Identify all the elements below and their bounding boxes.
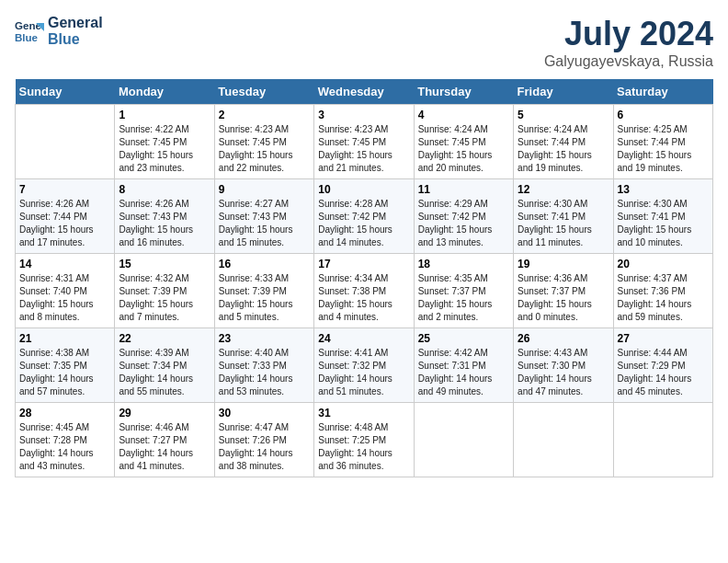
calendar-cell: 18Sunrise: 4:35 AMSunset: 7:37 PMDayligh…	[414, 254, 513, 328]
calendar-cell: 31Sunrise: 4:48 AMSunset: 7:25 PMDayligh…	[314, 403, 414, 477]
day-info: Sunrise: 4:43 AMSunset: 7:30 PMDaylight:…	[518, 347, 609, 398]
day-info: Sunrise: 4:40 AMSunset: 7:33 PMDaylight:…	[219, 347, 310, 398]
day-number: 4	[418, 109, 509, 121]
day-number: 10	[318, 183, 409, 196]
header-wednesday: Wednesday	[314, 79, 414, 105]
day-info: Sunrise: 4:38 AMSunset: 7:35 PMDaylight:…	[19, 347, 110, 398]
calendar-cell	[613, 403, 712, 477]
calendar-header-row: SundayMondayTuesdayWednesdayThursdayFrid…	[16, 79, 713, 105]
logo-icon: General Blue	[15, 17, 44, 46]
day-info: Sunrise: 4:37 AMSunset: 7:36 PMDaylight:…	[618, 272, 709, 324]
calendar-week-5: 28Sunrise: 4:45 AMSunset: 7:28 PMDayligh…	[16, 403, 713, 477]
day-info: Sunrise: 4:34 AMSunset: 7:38 PMDaylight:…	[318, 272, 409, 324]
header-tuesday: Tuesday	[214, 79, 313, 105]
day-number: 3	[318, 109, 409, 121]
day-number: 13	[618, 183, 709, 196]
calendar-table: SundayMondayTuesdayWednesdayThursdayFrid…	[15, 79, 713, 477]
day-number: 15	[119, 258, 210, 270]
calendar-cell	[514, 403, 613, 477]
calendar-cell: 30Sunrise: 4:47 AMSunset: 7:26 PMDayligh…	[214, 403, 313, 477]
calendar-title: July 2024	[544, 15, 713, 53]
day-info: Sunrise: 4:39 AMSunset: 7:34 PMDaylight:…	[119, 347, 210, 398]
calendar-cell: 3Sunrise: 4:23 AMSunset: 7:45 PMDaylight…	[314, 105, 414, 179]
title-block: July 2024 Galyugayevskaya, Russia	[544, 15, 713, 70]
calendar-cell: 24Sunrise: 4:41 AMSunset: 7:32 PMDayligh…	[314, 328, 414, 403]
day-number: 31	[318, 407, 409, 419]
calendar-cell: 20Sunrise: 4:37 AMSunset: 7:36 PMDayligh…	[613, 254, 712, 328]
day-info: Sunrise: 4:25 AMSunset: 7:44 PMDaylight:…	[618, 123, 709, 175]
day-info: Sunrise: 4:32 AMSunset: 7:39 PMDaylight:…	[119, 272, 210, 324]
day-number: 12	[518, 183, 609, 196]
calendar-cell: 19Sunrise: 4:36 AMSunset: 7:37 PMDayligh…	[514, 254, 613, 328]
day-number: 27	[618, 332, 709, 345]
calendar-cell: 21Sunrise: 4:38 AMSunset: 7:35 PMDayligh…	[16, 328, 115, 403]
day-info: Sunrise: 4:46 AMSunset: 7:27 PMDaylight:…	[119, 421, 210, 473]
day-info: Sunrise: 4:24 AMSunset: 7:44 PMDaylight:…	[518, 123, 609, 175]
day-info: Sunrise: 4:33 AMSunset: 7:39 PMDaylight:…	[219, 272, 310, 324]
day-info: Sunrise: 4:23 AMSunset: 7:45 PMDaylight:…	[318, 123, 409, 175]
calendar-cell: 16Sunrise: 4:33 AMSunset: 7:39 PMDayligh…	[214, 254, 313, 328]
calendar-cell	[16, 105, 115, 179]
calendar-cell: 2Sunrise: 4:23 AMSunset: 7:45 PMDaylight…	[214, 105, 313, 179]
calendar-cell: 26Sunrise: 4:43 AMSunset: 7:30 PMDayligh…	[514, 328, 613, 403]
day-number: 24	[318, 332, 409, 345]
header-saturday: Saturday	[613, 79, 712, 105]
day-info: Sunrise: 4:27 AMSunset: 7:43 PMDaylight:…	[219, 198, 310, 249]
day-number: 28	[19, 407, 110, 419]
calendar-cell: 6Sunrise: 4:25 AMSunset: 7:44 PMDaylight…	[613, 105, 712, 179]
day-number: 25	[418, 332, 509, 345]
day-number: 8	[119, 183, 210, 196]
calendar-week-1: 1Sunrise: 4:22 AMSunset: 7:45 PMDaylight…	[16, 105, 713, 179]
calendar-cell: 13Sunrise: 4:30 AMSunset: 7:41 PMDayligh…	[613, 179, 712, 254]
day-info: Sunrise: 4:30 AMSunset: 7:41 PMDaylight:…	[518, 198, 609, 249]
day-number: 6	[618, 109, 709, 121]
day-info: Sunrise: 4:30 AMSunset: 7:41 PMDaylight:…	[618, 198, 709, 249]
calendar-cell: 5Sunrise: 4:24 AMSunset: 7:44 PMDaylight…	[514, 105, 613, 179]
day-info: Sunrise: 4:44 AMSunset: 7:29 PMDaylight:…	[618, 347, 709, 398]
calendar-cell: 8Sunrise: 4:26 AMSunset: 7:43 PMDaylight…	[115, 179, 214, 254]
calendar-cell: 4Sunrise: 4:24 AMSunset: 7:45 PMDaylight…	[414, 105, 513, 179]
day-number: 2	[219, 109, 310, 121]
day-number: 29	[119, 407, 210, 419]
day-info: Sunrise: 4:35 AMSunset: 7:37 PMDaylight:…	[418, 272, 509, 324]
calendar-cell: 1Sunrise: 4:22 AMSunset: 7:45 PMDaylight…	[115, 105, 214, 179]
calendar-cell: 29Sunrise: 4:46 AMSunset: 7:27 PMDayligh…	[115, 403, 214, 477]
day-number: 26	[518, 332, 609, 345]
day-info: Sunrise: 4:48 AMSunset: 7:25 PMDaylight:…	[318, 421, 409, 473]
day-number: 9	[219, 183, 310, 196]
calendar-cell: 14Sunrise: 4:31 AMSunset: 7:40 PMDayligh…	[16, 254, 115, 328]
day-info: Sunrise: 4:36 AMSunset: 7:37 PMDaylight:…	[518, 272, 609, 324]
logo: General Blue General Blue	[15, 15, 103, 48]
calendar-cell: 25Sunrise: 4:42 AMSunset: 7:31 PMDayligh…	[414, 328, 513, 403]
day-number: 22	[119, 332, 210, 345]
day-number: 1	[119, 109, 210, 121]
calendar-cell: 7Sunrise: 4:26 AMSunset: 7:44 PMDaylight…	[16, 179, 115, 254]
day-number: 5	[518, 109, 609, 121]
calendar-cell: 15Sunrise: 4:32 AMSunset: 7:39 PMDayligh…	[115, 254, 214, 328]
day-info: Sunrise: 4:31 AMSunset: 7:40 PMDaylight:…	[19, 272, 110, 324]
calendar-cell: 27Sunrise: 4:44 AMSunset: 7:29 PMDayligh…	[613, 328, 712, 403]
day-number: 7	[19, 183, 110, 196]
svg-text:Blue: Blue	[15, 32, 39, 43]
day-info: Sunrise: 4:45 AMSunset: 7:28 PMDaylight:…	[19, 421, 110, 473]
calendar-week-2: 7Sunrise: 4:26 AMSunset: 7:44 PMDaylight…	[16, 179, 713, 254]
calendar-cell: 22Sunrise: 4:39 AMSunset: 7:34 PMDayligh…	[115, 328, 214, 403]
calendar-cell: 28Sunrise: 4:45 AMSunset: 7:28 PMDayligh…	[16, 403, 115, 477]
day-number: 11	[418, 183, 509, 196]
day-info: Sunrise: 4:28 AMSunset: 7:42 PMDaylight:…	[318, 198, 409, 249]
day-info: Sunrise: 4:26 AMSunset: 7:44 PMDaylight:…	[19, 198, 110, 249]
day-number: 17	[318, 258, 409, 270]
calendar-cell: 23Sunrise: 4:40 AMSunset: 7:33 PMDayligh…	[214, 328, 313, 403]
header-thursday: Thursday	[414, 79, 513, 105]
day-number: 18	[418, 258, 509, 270]
day-info: Sunrise: 4:42 AMSunset: 7:31 PMDaylight:…	[418, 347, 509, 398]
calendar-cell: 12Sunrise: 4:30 AMSunset: 7:41 PMDayligh…	[514, 179, 613, 254]
day-info: Sunrise: 4:23 AMSunset: 7:45 PMDaylight:…	[219, 123, 310, 175]
calendar-cell: 11Sunrise: 4:29 AMSunset: 7:42 PMDayligh…	[414, 179, 513, 254]
day-number: 19	[518, 258, 609, 270]
day-info: Sunrise: 4:41 AMSunset: 7:32 PMDaylight:…	[318, 347, 409, 398]
day-info: Sunrise: 4:47 AMSunset: 7:26 PMDaylight:…	[219, 421, 310, 473]
logo-blue: Blue	[48, 31, 103, 48]
day-number: 30	[219, 407, 310, 419]
day-info: Sunrise: 4:24 AMSunset: 7:45 PMDaylight:…	[418, 123, 509, 175]
